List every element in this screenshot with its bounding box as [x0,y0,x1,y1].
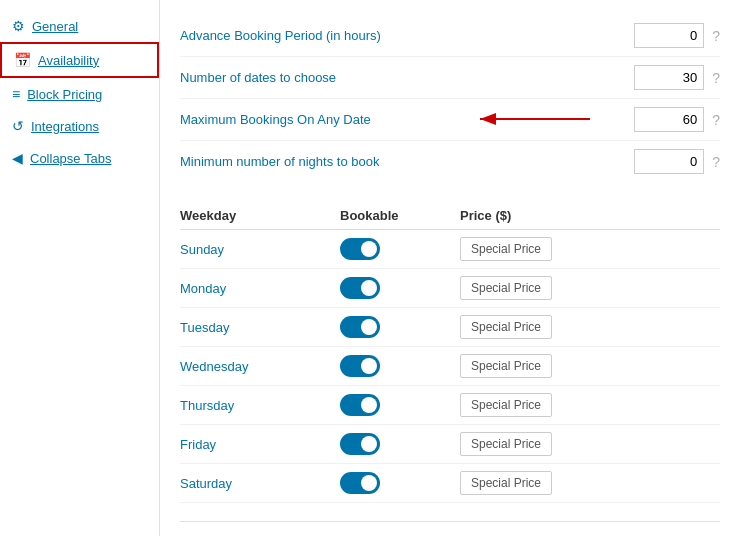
weekday-price-cell: Special Price [460,354,580,378]
footer-note: Please enter the per night price in the … [180,521,720,536]
weekday-toggle-cell [340,238,460,260]
weekday-day-name: Monday [180,281,340,296]
form-section: Advance Booking Period (in hours) ? Numb… [180,15,720,182]
form-row-advance-booking: Advance Booking Period (in hours) ? [180,15,720,57]
weekday-row: Monday Special Price [180,269,720,308]
weekday-price-cell: Special Price [460,237,580,261]
dates-choose-label: Number of dates to choose [180,70,634,85]
weekday-day-name: Tuesday [180,320,340,335]
weekday-day-name: Saturday [180,476,340,491]
weekday-toggle-cell [340,316,460,338]
special-price-button[interactable]: Special Price [460,393,552,417]
sidebar-item-collapse-tabs[interactable]: ◀ Collapse Tabs [0,142,159,174]
price-col-header: Price ($) [460,208,580,223]
weekday-price-cell: Special Price [460,315,580,339]
advance-booking-input[interactable] [634,23,704,48]
sidebar-item-general-label: General [32,19,78,34]
sidebar-item-block-pricing[interactable]: ≡ Block Pricing [0,78,159,110]
weekday-price-cell: Special Price [460,471,580,495]
bookable-toggle[interactable] [340,238,380,260]
bookable-toggle[interactable] [340,277,380,299]
special-price-button[interactable]: Special Price [460,432,552,456]
min-nights-label: Minimum number of nights to book [180,154,634,169]
weekday-day-name: Wednesday [180,359,340,374]
list-icon: ≡ [12,86,20,102]
weekday-row: Sunday Special Price [180,230,720,269]
weekday-price-cell: Special Price [460,393,580,417]
bookable-toggle[interactable] [340,433,380,455]
weekday-row: Friday Special Price [180,425,720,464]
max-bookings-input[interactable] [634,107,704,132]
weekday-row: Saturday Special Price [180,464,720,503]
form-row-dates-choose: Number of dates to choose ? [180,57,720,99]
weekday-price-cell: Special Price [460,432,580,456]
sidebar-item-block-pricing-label: Block Pricing [27,87,102,102]
collapse-icon: ◀ [12,150,23,166]
special-price-button[interactable]: Special Price [460,471,552,495]
sidebar-item-availability-label: Availability [38,53,99,68]
dates-choose-input[interactable] [634,65,704,90]
min-nights-input[interactable] [634,149,704,174]
weekday-row: Wednesday Special Price [180,347,720,386]
special-price-button[interactable]: Special Price [460,237,552,261]
weekday-row: Tuesday Special Price [180,308,720,347]
special-price-button[interactable]: Special Price [460,354,552,378]
weekday-rows-container: Sunday Special Price Monday Special Pric… [180,230,720,503]
weekday-toggle-cell [340,472,460,494]
sidebar-item-integrations-label: Integrations [31,119,99,134]
bookable-toggle[interactable] [340,355,380,377]
weekday-col-header: Weekday [180,208,340,223]
weekday-row: Thursday Special Price [180,386,720,425]
dates-choose-help-icon[interactable]: ? [712,70,720,86]
weekday-toggle-cell [340,394,460,416]
bookable-toggle[interactable] [340,472,380,494]
weekday-toggle-cell [340,277,460,299]
sidebar-item-collapse-tabs-label: Collapse Tabs [30,151,111,166]
advance-booking-label: Advance Booking Period (in hours) [180,28,634,43]
bookable-toggle[interactable] [340,316,380,338]
form-row-min-nights: Minimum number of nights to book ? [180,141,720,182]
calendar-icon: 📅 [14,52,31,68]
form-row-max-bookings: Maximum Bookings On Any Date ? [180,99,720,141]
weekday-day-name: Sunday [180,242,340,257]
advance-booking-help-icon[interactable]: ? [712,28,720,44]
weekday-section: Weekday Bookable Price ($) Sunday Specia… [180,202,720,503]
integrations-icon: ↺ [12,118,24,134]
sidebar: ⚙ General 📅 Availability ≡ Block Pricing… [0,0,160,536]
weekday-toggle-cell [340,433,460,455]
max-bookings-help-icon[interactable]: ? [712,112,720,128]
special-price-button[interactable]: Special Price [460,276,552,300]
bookable-col-header: Bookable [340,208,460,223]
bookable-toggle[interactable] [340,394,380,416]
gear-icon: ⚙ [12,18,25,34]
special-price-button[interactable]: Special Price [460,315,552,339]
weekday-toggle-cell [340,355,460,377]
sidebar-item-availability[interactable]: 📅 Availability [0,42,159,78]
weekday-table-header: Weekday Bookable Price ($) [180,202,720,230]
sidebar-item-integrations[interactable]: ↺ Integrations [0,110,159,142]
weekday-day-name: Friday [180,437,340,452]
min-nights-help-icon[interactable]: ? [712,154,720,170]
main-content: Advance Booking Period (in hours) ? Numb… [160,0,740,536]
app-container: ⚙ General 📅 Availability ≡ Block Pricing… [0,0,740,536]
weekday-price-cell: Special Price [460,276,580,300]
annotation-arrow [470,99,600,139]
weekday-day-name: Thursday [180,398,340,413]
sidebar-item-general[interactable]: ⚙ General [0,10,159,42]
